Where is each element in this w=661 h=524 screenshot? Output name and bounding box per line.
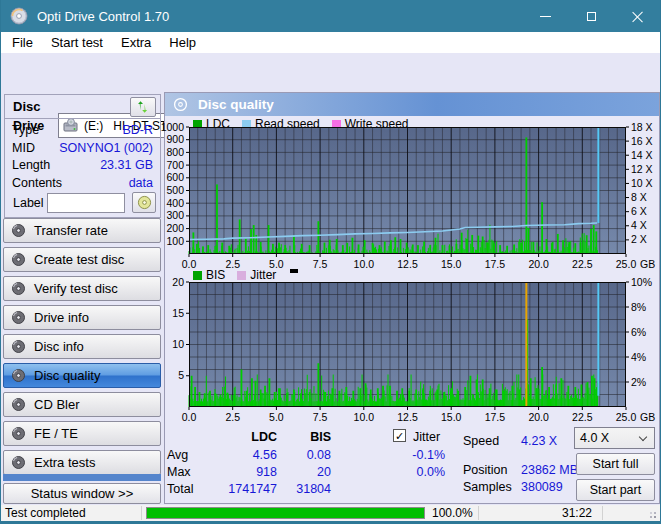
- speed-stat-label: Speed: [463, 434, 499, 448]
- sidebar-item-label: CD Bler: [34, 397, 80, 412]
- x-axis-tick-label: 25.0: [616, 258, 637, 270]
- sidebar-item-verify-test-disc[interactable]: Verify test disc: [3, 276, 161, 301]
- menu-file[interactable]: File: [3, 34, 42, 51]
- test-speed-value: 4.0 X: [580, 431, 636, 445]
- y-right-tick-label: 16 X: [631, 135, 653, 147]
- menu-help[interactable]: Help: [160, 34, 205, 51]
- y-right-tick-label: 18 X: [631, 121, 653, 133]
- cd-icon: [11, 368, 26, 383]
- x-axis-tick-label: 10.0: [354, 258, 375, 270]
- disc-refresh-button[interactable]: [130, 97, 156, 117]
- disc-label-apply-button[interactable]: [132, 192, 156, 213]
- sidebar-item-disc-quality[interactable]: Disc quality: [3, 363, 161, 388]
- sidebar-item-label: Disc quality: [34, 368, 100, 383]
- sidebar-item-transfer-rate[interactable]: Transfer rate: [3, 218, 161, 243]
- speed-stat-value: 4.23 X: [521, 434, 557, 448]
- y-right-tick-label: 10%: [631, 276, 652, 288]
- start-full-button[interactable]: Start full: [576, 453, 655, 475]
- sidebar-separator: [3, 474, 161, 481]
- y-right-tick-label: 8%: [631, 301, 646, 313]
- y-left-tick-label: 15: [172, 307, 184, 319]
- cd-icon: [11, 310, 26, 325]
- disc-label-input[interactable]: [47, 193, 125, 213]
- x-axis-tick-label: 22.5: [572, 411, 593, 423]
- disc-row-value: BD-R: [122, 122, 153, 140]
- x-axis-unit-label: GB: [640, 411, 655, 423]
- ldc-chart: 10020030040050060070080090010002 X4 X6 X…: [189, 127, 626, 254]
- sidebar-item-fe-te[interactable]: FE / TE: [3, 421, 161, 446]
- y-right-tick-label: 10 X: [631, 177, 653, 189]
- status-window-button[interactable]: Status window >>: [3, 483, 161, 504]
- stat-total-bis: 31804: [283, 482, 331, 496]
- disc-panel-header: Disc: [5, 95, 160, 119]
- disc-row-length: Length23.31 GB: [5, 157, 160, 175]
- x-axis-tick-label: 2.5: [225, 411, 240, 423]
- sidebar-item-extra-tests[interactable]: Extra tests: [3, 450, 161, 475]
- disc-row-label: Contents: [12, 175, 62, 193]
- legend-swatch-icon: [193, 271, 202, 280]
- close-icon: [632, 11, 643, 22]
- x-axis-tick-label: 20.0: [528, 411, 549, 423]
- minimize-button[interactable]: [522, 0, 568, 32]
- x-axis-tick-label: 0.0: [182, 411, 197, 423]
- window-title: Opti Drive Control 1.70: [37, 9, 169, 24]
- disc-info-panel: Disc TypeBD-RMIDSONYNO1 (002)Length23.31…: [4, 94, 161, 218]
- toolbar: Drive (E:) HL-DT-ST BD-RE WH16NS58 TST4: [1, 53, 660, 92]
- disc-row-label: MID: [12, 140, 35, 158]
- sidebar-item-disc-info[interactable]: Disc info: [3, 334, 161, 359]
- jitter-checkbox[interactable]: ✓: [393, 429, 406, 442]
- statusbar-separator: [478, 506, 479, 520]
- x-axis-tick-label: 10.0: [354, 411, 375, 423]
- x-axis-tick-label: 7.5: [313, 258, 328, 270]
- sidebar-item-label: Disc info: [34, 339, 84, 354]
- stat-avg-bis: 0.08: [283, 448, 331, 462]
- chevron-down-icon: [639, 432, 647, 440]
- samples-stat-value: 380089: [521, 480, 563, 494]
- position-stat-value: 23862 MB: [521, 463, 578, 477]
- app-disc-icon: [10, 7, 28, 25]
- window-controls: [522, 0, 660, 32]
- maximize-icon: [587, 12, 596, 21]
- y-right-tick-label: 2%: [631, 376, 646, 388]
- y-left-tick-label: 200: [166, 222, 184, 234]
- menu-extra[interactable]: Extra: [112, 34, 160, 51]
- y-right-tick-label: 4%: [631, 351, 646, 363]
- sidebar-item-label: FE / TE: [34, 426, 78, 441]
- jitter-checkbox-label: Jitter: [413, 430, 440, 444]
- sidebar-item-create-test-disc[interactable]: Create test disc: [3, 247, 161, 272]
- disc-row-value: SONYNO1 (002): [59, 140, 153, 158]
- y-right-tick-label: 8 X: [631, 191, 647, 203]
- samples-stat-label: Samples: [463, 480, 512, 494]
- bis-chart: 51015202%4%6%8%10%0.02.55.07.510.012.515…: [189, 282, 626, 407]
- y-right-tick-label: 4 X: [631, 219, 647, 231]
- maximize-button[interactable]: [568, 0, 614, 32]
- stat-max-ldc: 918: [217, 465, 277, 479]
- start-part-button[interactable]: Start part: [576, 479, 655, 501]
- x-axis-tick-label: 7.5: [313, 411, 328, 423]
- y-left-tick-label: 800: [166, 146, 184, 158]
- menu-start-test[interactable]: Start test: [42, 34, 112, 51]
- statusbar-separator: [602, 506, 603, 520]
- y-left-tick-label: 300: [166, 209, 184, 221]
- cd-icon: [11, 397, 26, 412]
- progress-bar: [146, 507, 425, 519]
- close-button[interactable]: [614, 0, 660, 32]
- cd-icon: [11, 339, 26, 354]
- x-axis-tick-label: 17.5: [485, 411, 506, 423]
- disc-row-type: TypeBD-R: [5, 122, 160, 140]
- test-speed-select[interactable]: 4.0 X: [574, 427, 655, 449]
- sidebar-item-cd-bler[interactable]: CD Bler: [3, 392, 161, 417]
- sidebar-item-drive-info[interactable]: Drive info: [3, 305, 161, 330]
- y-left-tick-label: 1000: [161, 121, 185, 133]
- status-text: Test completed: [5, 506, 86, 520]
- y-left-tick-label: 400: [166, 197, 184, 209]
- stat-total-ldc: 1741747: [217, 482, 277, 496]
- x-axis-tick-label: 12.5: [397, 411, 418, 423]
- resize-grip[interactable]: [654, 516, 656, 518]
- y-right-tick-label: 6%: [631, 326, 646, 338]
- y-left-tick-label: 600: [166, 171, 184, 183]
- stat-avg-ldc: 4.56: [217, 448, 277, 462]
- y-right-tick-label: 14 X: [631, 149, 653, 161]
- sidebar-item-label: Verify test disc: [34, 281, 118, 296]
- disc-row-mid: MIDSONYNO1 (002): [5, 140, 160, 158]
